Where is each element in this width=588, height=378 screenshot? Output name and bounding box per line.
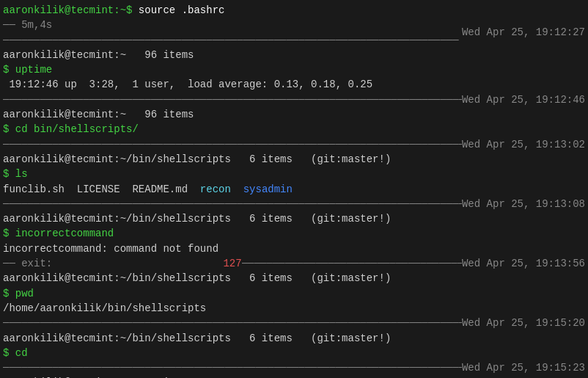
- line-2: $ uptime: [0, 62, 588, 77]
- error-output: incorrectcommand: command not found: [0, 241, 588, 256]
- pwd-text: /home/aaronkilik/bin/shellscripts: [3, 302, 206, 314]
- dollar-2: $: [3, 64, 15, 76]
- dollar-5: $: [3, 228, 15, 239]
- ls-output: funclib.sh LICENSE README.md recon sysad…: [0, 182, 588, 197]
- info-7: aaronkilik@tecmint:~ 96 items: [0, 375, 588, 378]
- divider-6: ────────────────────────────────────────…: [0, 360, 588, 375]
- ls-recon: recon: [200, 183, 231, 195]
- cmd-2: uptime: [15, 64, 52, 76]
- info-text-6: aaronkilik@tecmint:~/bin/shellscripts 6 …: [3, 332, 391, 344]
- pwd-output: /home/aaronkilik/bin/shellscripts: [0, 301, 588, 316]
- ls-sysadmin: sysadmin: [243, 183, 293, 195]
- divider-dash-1: ── 5m,4s ───────────────────────────────…: [3, 18, 462, 48]
- prompt-1: aaronkilik@tecmint:~$: [3, 4, 139, 16]
- divider-3: ────────────────────────────────────────…: [0, 137, 588, 152]
- info-text-5: aaronkilik@tecmint:~/bin/shellscripts 6 …: [3, 272, 391, 284]
- line-7: $ cd: [0, 346, 588, 360]
- cmd-7: cd: [15, 347, 28, 359]
- info-4: aaronkilik@tecmint:~/bin/shellscripts 6 …: [0, 211, 588, 226]
- ls-funclib: funclib.sh LICENSE README.md: [3, 183, 200, 195]
- info-6: aaronkilik@tecmint:~/bin/shellscripts 6 …: [0, 331, 588, 346]
- dollar-6: $: [3, 288, 15, 299]
- line-1: aaronkilik@tecmint:~$ source .bashrc: [0, 3, 588, 18]
- divider-4: ────────────────────────────────────────…: [0, 197, 588, 211]
- info-text-1: aaronkilik@tecmint:~ 96 items: [3, 49, 194, 61]
- exit-code: 127: [223, 256, 241, 271]
- exit-divider: ── exit: 127 ───────────────────────────…: [0, 256, 588, 271]
- info-3: aaronkilik@tecmint:~/bin/shellscripts 6 …: [0, 152, 588, 167]
- timestamp-6: Wed Apr 25, 19:15:20: [462, 316, 585, 330]
- divider-dash-4: ────────────────────────────────────────…: [3, 197, 462, 211]
- timestamp-4: Wed Apr 25, 19:13:08: [462, 197, 585, 211]
- divider-dash-5: ────────────────────────────────────────…: [3, 316, 462, 330]
- divider-dash-6: ────────────────────────────────────────…: [3, 360, 462, 375]
- divider-5: ────────────────────────────────────────…: [0, 316, 588, 330]
- cmd-6: pwd: [15, 288, 34, 299]
- dollar-3: $: [3, 123, 15, 135]
- timestamp-1: Wed Apr 25, 19:12:27: [462, 25, 585, 40]
- dollar-4: $: [3, 168, 15, 180]
- timestamp-2: Wed Apr 25, 19:12:46: [462, 92, 585, 107]
- timestamp-3: Wed Apr 25, 19:13:02: [462, 137, 585, 152]
- info-1: aaronkilik@tecmint:~ 96 items: [0, 48, 588, 62]
- dollar-7: $: [3, 347, 15, 359]
- cmd-5: incorrectcommand: [15, 228, 114, 239]
- info-2: aaronkilik@tecmint:~ 96 items: [0, 107, 588, 122]
- info-text-2: aaronkilik@tecmint:~ 96 items: [3, 109, 194, 120]
- output-2: 19:12:46 up 3:28, 1 user, load average: …: [0, 77, 588, 92]
- divider-2: ────────────────────────────────────────…: [0, 92, 588, 107]
- cmd-4: ls: [15, 168, 28, 180]
- exit-dash: ── exit:: [3, 256, 223, 271]
- line-5: $ incorrectcommand: [0, 226, 588, 241]
- info-5: aaronkilik@tecmint:~/bin/shellscripts 6 …: [0, 271, 588, 286]
- timestamp-5: Wed Apr 25, 19:13:56: [462, 256, 585, 271]
- cmd-3: cd bin/shellscripts/: [15, 123, 139, 135]
- line-6: $ pwd: [0, 286, 588, 301]
- terminal: aaronkilik@tecmint:~$ source .bashrc ── …: [0, 0, 588, 378]
- divider-1: ── 5m,4s ───────────────────────────────…: [0, 18, 588, 48]
- divider-dash-2: ────────────────────────────────────────…: [3, 92, 462, 107]
- timestamp-7: Wed Apr 25, 19:15:23: [462, 360, 585, 375]
- output-text-2: 19:12:46 up 3:28, 1 user, load average: …: [3, 79, 372, 90]
- info-text-3: aaronkilik@tecmint:~/bin/shellscripts 6 …: [3, 153, 391, 165]
- exit-dash-right: ────────────────────────────────────────…: [242, 256, 462, 271]
- divider-dash-3: ────────────────────────────────────────…: [3, 137, 462, 152]
- ls-space: [231, 183, 243, 195]
- line-4: $ ls: [0, 167, 588, 181]
- info-text-4: aaronkilik@tecmint:~/bin/shellscripts 6 …: [3, 213, 391, 225]
- cmd-1: source .bashrc: [139, 4, 225, 16]
- error-text: incorrectcommand: command not found: [3, 243, 218, 255]
- line-3: $ cd bin/shellscripts/: [0, 122, 588, 137]
